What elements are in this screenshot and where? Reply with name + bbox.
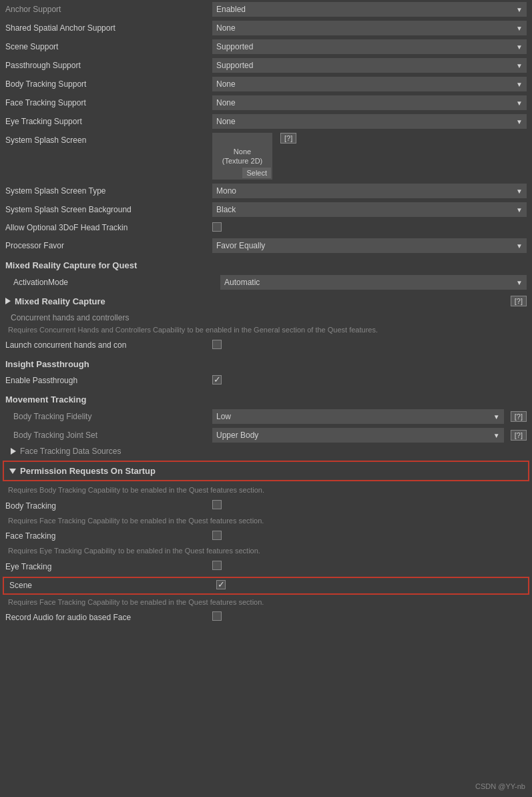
body-tracking-perm-container[interactable] [212,500,527,511]
concurrent-hands-subsection: Concurrent hands and controllers [0,310,532,324]
face-tracking-perm-container[interactable] [212,531,527,542]
body-fidelity-value-container[interactable]: Low ▼ [?] [212,409,527,424]
body-tracking-row: Body Tracking [0,497,532,515]
splash-screen-label: System Splash Screen [5,133,212,145]
launch-concurrent-label: Launch concurrent hands and con [5,340,212,350]
scene-row: Scene [3,577,529,595]
permission-section: Permission Requests On Startup [3,461,529,481]
scene-checkbox-container[interactable] [216,580,523,591]
shared-spatial-anchor-arrow: ▼ [516,25,523,32]
body-joint-help-button[interactable]: [?] [511,430,527,441]
mixed-reality-triangle[interactable] [5,298,11,304]
body-tracking-perm-label: Body Tracking [5,501,212,511]
launch-concurrent-checkbox[interactable] [212,340,222,349]
scene-checkbox[interactable] [216,580,226,589]
processor-favor-value[interactable]: Favor Equally ▼ [212,238,527,253]
enable-passthrough-row: Enable Passthrough [0,372,532,389]
shared-spatial-anchor-label: Shared Spatial Anchor Support [5,23,212,33]
activation-mode-row: ActivationMode Automatic ▼ [0,273,532,292]
body-fidelity-dropdown[interactable]: Low ▼ [212,409,504,424]
body-joint-dropdown[interactable]: Upper Body ▼ [212,428,504,443]
splash-preview: None (Texture 2D) Select [212,133,272,180]
mixed-reality-section-header: Mixed Reality Capture [?] [0,292,532,310]
face-tracking-support-row: Face Tracking Support None ▼ [0,93,532,112]
splash-type-label: System Splash Screen Type [5,186,212,196]
splash-type-dropdown[interactable]: Mono ▼ [212,184,527,198]
body-tracking-support-dropdown[interactable]: None ▼ [212,77,527,91]
face-tracking-support-value[interactable]: None ▼ [212,95,527,110]
insight-passthrough-header: Insight Passthrough [0,354,532,372]
mixed-reality-header-label: Mixed Reality Capture [15,296,105,306]
watermark: CSDN @YY-nb [475,782,525,790]
movement-tracking-header: Movement Tracking [0,389,532,407]
activation-mode-value[interactable]: Automatic ▼ [220,275,527,290]
record-audio-checkbox[interactable] [212,611,222,621]
anchor-support-dropdown[interactable]: Enabled ▼ [212,2,527,17]
body-tracking-perm-checkbox[interactable] [212,500,222,509]
body-fidelity-help-button[interactable]: [?] [511,411,527,422]
splash-help-button[interactable]: [?] [280,133,296,144]
scene-support-arrow: ▼ [516,43,523,51]
scene-support-row: Scene Support Supported ▼ [0,37,532,56]
splash-type-value[interactable]: Mono ▼ [212,184,527,198]
allow-3dof-checkbox-container[interactable] [212,222,527,234]
splash-bg-dropdown[interactable]: Black ▼ [212,202,527,217]
allow-3dof-checkbox[interactable] [212,222,222,232]
activation-mode-arrow: ▼ [516,279,523,286]
face-tracking-row: Face Tracking [0,527,532,545]
enable-passthrough-label: Enable Passthrough [5,376,212,385]
eye-tracking-support-value[interactable]: None ▼ [212,114,527,129]
passthrough-support-dropdown[interactable]: Supported ▼ [212,58,527,73]
mixed-reality-quest-header: Mixed Reality Capture for Quest [0,255,532,273]
record-audio-checkbox-container[interactable] [212,611,527,623]
enable-passthrough-checkbox-container[interactable] [212,375,527,386]
anchor-support-value[interactable]: Enabled ▼ [212,2,527,17]
body-tracking-support-arrow: ▼ [516,81,523,88]
eye-tracking-support-dropdown[interactable]: None ▼ [212,114,527,129]
record-audio-row: Record Audio for audio based Face [0,609,532,626]
launch-concurrent-checkbox-container[interactable] [212,340,527,351]
permission-section-wrapper: Permission Requests On Startup [3,461,529,481]
body-tracking-support-row: Body Tracking Support None ▼ [0,75,532,93]
splash-preview-text: None (Texture 2D) [222,147,263,166]
enable-passthrough-checkbox[interactable] [212,375,222,384]
anchor-support-label: Anchor Support [5,5,212,14]
permission-triangle[interactable] [9,469,16,474]
splash-bg-arrow: ▼ [516,206,523,214]
shared-spatial-anchor-value[interactable]: None ▼ [212,21,527,35]
face-tracking-support-arrow: ▼ [516,99,523,107]
face-sources-triangle[interactable] [11,448,16,455]
scene-label: Scene [9,581,216,590]
scene-support-value[interactable]: Supported ▼ [212,39,527,54]
body-joint-value-container[interactable]: Upper Body ▼ [?] [212,428,527,443]
eye-tracking-perm-label: Eye Tracking [5,562,212,571]
splash-type-row: System Splash Screen Type Mono ▼ [0,182,532,200]
body-joint-arrow: ▼ [493,432,500,439]
splash-bg-label: System Splash Screen Background [5,205,212,214]
mixed-reality-help-button[interactable]: [?] [511,296,527,306]
passthrough-support-label: Passthrough Support [5,61,212,70]
face-tracking-support-dropdown[interactable]: None ▼ [212,95,527,110]
body-joint-label: Body Tracking Joint Set [5,431,212,440]
splash-bg-row: System Splash Screen Background Black ▼ [0,200,532,219]
face-tracking-desc1: Requires Face Tracking Capability to be … [0,515,532,527]
anchor-support-arrow: ▼ [516,6,523,13]
face-tracking-desc2: Requires Face Tracking Capability to be … [0,596,532,609]
splash-select-button[interactable]: Select [242,168,271,178]
eye-tracking-perm-container[interactable] [212,561,527,572]
passthrough-support-value[interactable]: Supported ▼ [212,58,527,73]
concurrent-hands-desc: Requires Concurrent Hands and Controller… [0,324,532,336]
body-tracking-desc1: Requires Body Tracking Capability to be … [0,484,532,497]
shared-spatial-anchor-dropdown[interactable]: None ▼ [212,21,527,35]
splash-bg-value[interactable]: Black ▼ [212,202,527,217]
activation-mode-dropdown[interactable]: Automatic ▼ [220,275,527,290]
body-tracking-support-value[interactable]: None ▼ [212,77,527,91]
processor-favor-dropdown[interactable]: Favor Equally ▼ [212,238,527,253]
shared-spatial-anchor-row: Shared Spatial Anchor Support None ▼ [0,19,532,37]
eye-tracking-perm-checkbox[interactable] [212,561,222,570]
scene-support-dropdown[interactable]: Supported ▼ [212,39,527,54]
face-tracking-perm-checkbox[interactable] [212,531,222,540]
eye-tracking-support-row: Eye Tracking Support None ▼ [0,112,532,131]
processor-favor-arrow: ▼ [516,242,523,250]
splash-type-arrow: ▼ [516,188,523,195]
